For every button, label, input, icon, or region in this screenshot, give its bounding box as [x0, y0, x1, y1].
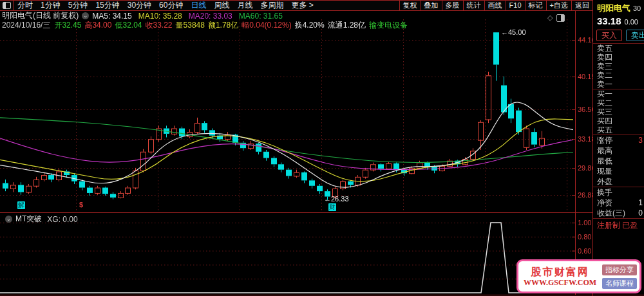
- stat-label: 最高: [597, 145, 612, 156]
- stat-row: 现量: [593, 166, 644, 176]
- info-field: 额1.78亿: [208, 21, 238, 30]
- trade-buttons: 买入 卖出: [593, 28, 644, 43]
- split-view-icon[interactable]: [556, 14, 565, 22]
- period-更多 >[interactable]: 更多 >: [287, 1, 317, 10]
- action-F10[interactable]: F10: [506, 1, 525, 10]
- ma-label: MA60: 31.65: [239, 12, 283, 21]
- stat-label: 净资: [597, 198, 612, 208]
- ma-label: MA20: 33.03: [189, 12, 232, 21]
- period-15分钟[interactable]: 15分钟: [91, 1, 123, 10]
- buy-levels: 买一买二买三买四买五: [593, 89, 644, 134]
- period-5分钟[interactable]: 5分钟: [64, 1, 92, 10]
- candlestick-chart-canvas[interactable]: [0, 0, 575, 295]
- buy-level-row[interactable]: 买三: [593, 107, 644, 116]
- period-月线[interactable]: 月线: [233, 1, 256, 10]
- quote-stats-1: 涨停3最高最低现量外盘: [593, 135, 644, 187]
- stat-row: 最高: [593, 145, 644, 156]
- buy-level-row[interactable]: 买四: [593, 116, 644, 125]
- info-field: 高34.00: [84, 21, 111, 30]
- period-周线[interactable]: 周线: [210, 1, 233, 10]
- window-icon[interactable]: [0, 1, 14, 10]
- sell-levels: 卖五卖四卖三卖二卖一: [593, 44, 644, 89]
- stat-row: 外盘: [593, 176, 644, 187]
- price-axis-line: [575, 11, 576, 295]
- sell-level-row[interactable]: 卖一: [593, 80, 644, 89]
- last-price: 33.18: [597, 15, 621, 26]
- stat-value: 1: [638, 198, 643, 208]
- watermark-button-指标分享[interactable]: 指标分享: [602, 264, 637, 275]
- info-field: 量53848: [176, 21, 205, 30]
- info-field: 收33.22: [146, 21, 173, 30]
- watermark-text: 股市财富网 WWW.GSCFW.COM: [524, 266, 596, 287]
- watermark-box: 股市财富网 WWW.GSCFW.COM 指标分享名师课程: [516, 259, 641, 293]
- pane-divider[interactable]: [0, 212, 593, 213]
- watermark-buttons: 指标分享名师课程: [602, 263, 637, 290]
- sell-level-row[interactable]: 卖三: [593, 62, 644, 71]
- stat-row: 净资1: [593, 198, 644, 208]
- watermark-button-名师课程[interactable]: 名师课程: [602, 278, 637, 289]
- dollar-marker: $: [79, 201, 83, 208]
- diamond-icon[interactable]: ◇: [547, 14, 553, 22]
- quote-stats-2: 换手净资1收益(三)0: [593, 187, 644, 218]
- stat-label: 涨停: [597, 135, 612, 145]
- stat-row: 换手: [593, 187, 644, 198]
- info-field: 开32.45: [54, 21, 81, 30]
- indicator-value: XG: 0.00: [47, 215, 77, 224]
- indicator-collapse-icon[interactable]: ⌄: [5, 216, 12, 223]
- stat-label: 收益(三): [597, 208, 625, 218]
- action-画线[interactable]: 画线: [484, 1, 506, 10]
- badge-marker: 财: [328, 203, 336, 211]
- quote-panel-header: 明阳电气30: [593, 0, 644, 14]
- quote-price-row: 33.180.00: [593, 14, 644, 28]
- sell-level-row[interactable]: 卖二: [593, 71, 644, 80]
- label-marker: ←45.00: [501, 28, 526, 36]
- buy-level-row[interactable]: 买二: [593, 98, 644, 107]
- period-多周期[interactable]: 多周期: [256, 1, 287, 10]
- info-field: 换4.20%: [295, 21, 325, 30]
- window-icon-glyph: [3, 2, 11, 9]
- ohlc-info-row: 2024/10/16/三开32.45高34.00低32.04收33.22量538…: [2, 20, 411, 28]
- period-60分钟[interactable]: 60分钟: [155, 1, 187, 10]
- stat-row: 最低: [593, 156, 644, 166]
- window-bottom-border: [0, 295, 644, 295]
- panel-stock-code: 30: [633, 5, 641, 12]
- stat-row: 涨停3: [593, 135, 644, 145]
- stat-row: 收益(三)0: [593, 208, 644, 218]
- watermark-url: WWW.GSCFW.COM: [524, 278, 596, 287]
- period-日线[interactable]: 日线: [187, 1, 210, 10]
- stat-label: 最低: [597, 156, 612, 166]
- action-多股[interactable]: 多股: [442, 1, 463, 10]
- info-field: 低32.04: [115, 21, 142, 30]
- buy-level-row[interactable]: 买五: [593, 125, 644, 134]
- indicator-name[interactable]: MT突破: [15, 214, 42, 225]
- sell-button[interactable]: 卖出: [626, 30, 644, 41]
- action-叠加[interactable]: 叠加: [421, 1, 442, 10]
- info-field: 输变电设备: [369, 21, 408, 30]
- action-返回[interactable]: 返回: [571, 1, 592, 10]
- chart-title-row: 明阳电气(日线 前复权) ⌄ MA5: 34.15MA10: 35.28MA20…: [2, 12, 289, 20]
- action-复权[interactable]: 复权: [399, 1, 421, 10]
- ma-label: MA5: 34.15: [92, 12, 131, 21]
- info-field: 流通1.28亿: [328, 21, 366, 30]
- chart-corner-icons: ◇: [547, 14, 565, 22]
- action-menu: 复权叠加多股统计画线F10标记+自选返回: [399, 1, 592, 10]
- indicator-axis-label: 1.00: [578, 219, 591, 227]
- trade-date: 2024/10/16/三: [2, 21, 50, 30]
- period-分时[interactable]: 分时: [14, 1, 37, 10]
- badge-marker: 解: [17, 201, 25, 209]
- chevron-down-icon[interactable]: ⌄: [82, 12, 89, 19]
- sell-level-row[interactable]: 卖四: [593, 53, 644, 62]
- panel-footer: 注册制 已盈: [593, 219, 644, 231]
- buy-button[interactable]: 买入: [596, 30, 622, 41]
- action-标记[interactable]: 标记: [525, 1, 546, 10]
- action-统计[interactable]: 统计: [463, 1, 484, 10]
- sell-level-row[interactable]: 卖五: [593, 44, 644, 53]
- period-1分钟[interactable]: 1分钟: [37, 1, 64, 10]
- stat-label: 外盘: [597, 176, 612, 187]
- buy-level-row[interactable]: 买一: [593, 89, 644, 98]
- price-change: 0.00: [625, 18, 638, 26]
- watermark-title: 股市财富网: [531, 266, 589, 278]
- period-30分钟[interactable]: 30分钟: [124, 1, 155, 10]
- action-+自选[interactable]: +自选: [546, 1, 571, 10]
- ma-label: MA10: 35.28: [138, 12, 182, 21]
